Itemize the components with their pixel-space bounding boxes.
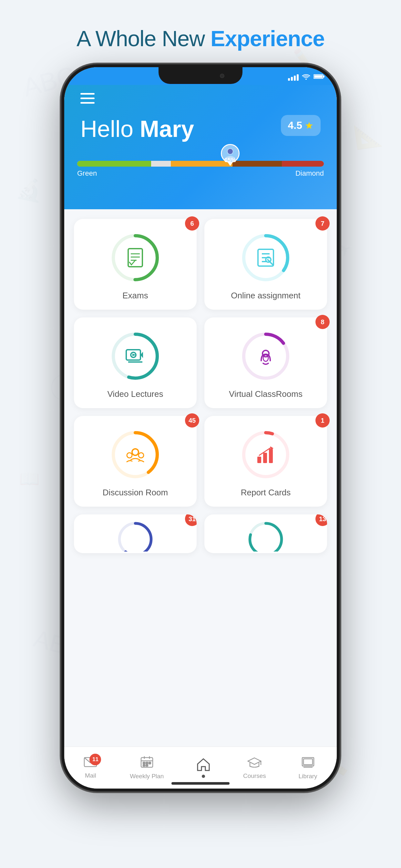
- svg-point-10: [305, 79, 307, 80]
- weekly-plan-icon: [141, 755, 153, 771]
- card-report-cards[interactable]: 1: [204, 416, 327, 507]
- svg-marker-68: [197, 759, 209, 771]
- svg-text:📐: 📐: [352, 120, 384, 151]
- courses-icon: [247, 756, 261, 771]
- level-end: Diamond: [296, 169, 324, 178]
- rating-badge: 4.5 ★: [281, 115, 320, 136]
- svg-rect-71: [304, 759, 312, 765]
- hamburger-menu[interactable]: [81, 93, 95, 104]
- svg-text:🔬: 🔬: [15, 175, 46, 205]
- label-report-cards: Report Cards: [241, 488, 291, 498]
- svg-rect-50: [257, 457, 261, 463]
- svg-point-17: [227, 149, 233, 154]
- level-start: Green: [77, 169, 97, 178]
- nav-library[interactable]: Library: [292, 752, 324, 783]
- rating-number: 4.5: [288, 120, 302, 131]
- wifi-icon: [302, 73, 310, 82]
- card-discussion-room[interactable]: 45: [74, 416, 197, 507]
- circle-discussion-room: [110, 429, 161, 480]
- main-content: 6: [64, 209, 337, 747]
- circle-exams: [110, 232, 161, 283]
- svg-rect-63: [143, 762, 145, 764]
- progress-labels: Green Diamond: [77, 169, 324, 178]
- svg-rect-12: [314, 75, 322, 78]
- home-indicator: [172, 782, 229, 785]
- greeting-text: Hello: [81, 116, 140, 142]
- camera: [220, 73, 224, 78]
- svg-rect-13: [323, 75, 325, 78]
- svg-point-47: [138, 453, 144, 458]
- svg-rect-65: [149, 762, 151, 764]
- badge-report-cards: 1: [315, 413, 330, 428]
- progress-area: 65% Green Diamond: [77, 161, 324, 178]
- circle-report-cards: [240, 429, 291, 480]
- circle-video-lectures: [110, 330, 161, 382]
- card-virtual-classrooms[interactable]: 8: [204, 317, 327, 408]
- status-icons: [288, 73, 325, 82]
- label-video-lectures: Video Lectures: [107, 389, 163, 399]
- partial-badge-1: 31: [185, 515, 197, 526]
- svg-rect-67: [146, 765, 148, 766]
- svg-point-45: [132, 449, 138, 455]
- notch: [158, 67, 243, 84]
- badge-discussion-room: 45: [185, 413, 199, 428]
- circle-virtual-classrooms: [240, 330, 291, 382]
- title-bold: Experience: [211, 26, 325, 51]
- partial-badge-2: 13: [315, 515, 327, 526]
- phone-screen: Hello Mary 4.5 ★: [64, 67, 337, 788]
- label-online-assignment: Online assignment: [231, 290, 300, 301]
- user-name: Mary: [140, 116, 194, 142]
- mail-badge: 11: [89, 754, 101, 765]
- progress-bar: 65%: [77, 161, 324, 166]
- card-online-assignment[interactable]: 7: [204, 219, 327, 310]
- partial-card-2[interactable]: 13: [204, 515, 327, 553]
- title-regular: A Whole New: [76, 26, 211, 51]
- page-title: A Whole New Experience: [0, 26, 401, 51]
- label-discussion-room: Discussion Room: [103, 488, 168, 498]
- nav-courses[interactable]: Courses: [237, 753, 273, 783]
- progress-green: [77, 161, 151, 166]
- partial-card-1[interactable]: 31: [74, 515, 197, 553]
- label-virtual-classrooms: Virtual ClassRooms: [229, 389, 303, 399]
- library-label: Library: [299, 773, 317, 780]
- progress-dark: [233, 161, 282, 166]
- home-active-dot: [202, 775, 205, 778]
- svg-rect-51: [263, 453, 267, 463]
- progress-white: [151, 161, 171, 166]
- greeting: Hello Mary: [81, 116, 194, 142]
- library-icon: [301, 755, 315, 771]
- nav-weekly-plan[interactable]: Weekly Plan: [123, 752, 170, 783]
- badge-virtual-classrooms: 8: [315, 315, 330, 329]
- nav-mail[interactable]: 11 Mail: [77, 753, 104, 782]
- signal-icon: [288, 74, 299, 81]
- partial-cards: 31 13: [74, 515, 327, 553]
- phone-frame: Hello Mary 4.5 ★: [62, 65, 339, 791]
- badge-online-assignment: 7: [315, 216, 330, 230]
- mail-label: Mail: [85, 772, 96, 779]
- badge-exams: 6: [185, 216, 199, 230]
- weekly-plan-label: Weekly Plan: [130, 773, 164, 780]
- battery-icon: [313, 73, 325, 81]
- header-area: Hello Mary 4.5 ★: [64, 67, 337, 209]
- svg-rect-52: [269, 449, 273, 463]
- svg-rect-66: [143, 765, 145, 766]
- svg-point-42: [263, 355, 268, 361]
- nav-home[interactable]: [190, 754, 217, 781]
- courses-label: Courses: [243, 772, 266, 779]
- svg-rect-64: [146, 762, 148, 764]
- progress-percent: 65%: [224, 157, 236, 164]
- rating-star: ★: [305, 120, 313, 131]
- home-icon: [196, 757, 211, 774]
- cards-grid: 6: [74, 219, 327, 507]
- card-exams[interactable]: 6: [74, 219, 197, 310]
- svg-point-46: [127, 453, 132, 458]
- card-video-lectures[interactable]: Video Lectures: [74, 317, 197, 408]
- progress-red: [282, 161, 324, 166]
- circle-online-assignment: [240, 232, 291, 283]
- label-exams: Exams: [122, 290, 148, 301]
- svg-text:📖: 📖: [19, 469, 40, 489]
